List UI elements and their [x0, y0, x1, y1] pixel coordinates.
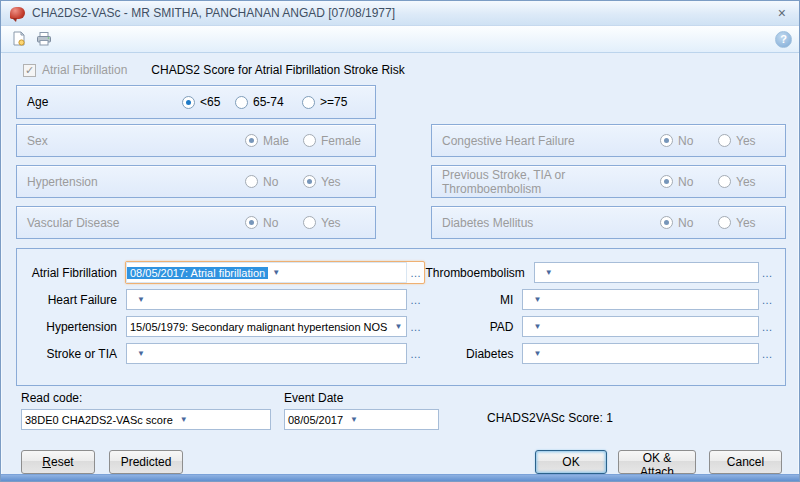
- button-label: Predicted: [116, 455, 176, 469]
- cancel-button[interactable]: Cancel: [709, 450, 782, 474]
- preview-button[interactable]: [8, 29, 30, 50]
- window-bottom-edge: [1, 474, 799, 481]
- diabetes-mellitus-label: Diabetes Mellitus: [442, 206, 660, 239]
- button-label: Cancel: [716, 455, 775, 469]
- radio-dot: [245, 175, 258, 188]
- radio-age-under-65[interactable]: <65: [182, 95, 235, 109]
- read-code-combo[interactable]: 38DE0 CHA2DS2-VASc score ▼: [21, 409, 271, 430]
- print-button[interactable]: [33, 29, 55, 50]
- chevron-down-icon[interactable]: ▼: [176, 415, 192, 424]
- ok-attach-button[interactable]: OK & Attach: [618, 450, 696, 474]
- printer-icon: [36, 31, 52, 47]
- sex-label: Sex: [27, 124, 245, 157]
- atrial-fibrillation-combo[interactable]: 08/05/2017: Atrial fibrillation ▼: [126, 262, 407, 283]
- atrial-fibrillation-checkbox-label: Atrial Fibrillation: [42, 63, 127, 77]
- ellipsis-button[interactable]: …: [407, 267, 424, 279]
- coded-entries-right: Thromboembolism ▼ … MI ▼: [425, 262, 777, 385]
- radio-label: No: [263, 216, 278, 230]
- combo-label: PAD: [425, 320, 521, 334]
- heart-failure-combo-row: Heart Failure ▼ …: [25, 289, 425, 310]
- radio-dot: [235, 96, 248, 109]
- mi-combo[interactable]: ▼: [522, 289, 759, 310]
- app-speech-bubble-icon: [10, 7, 25, 19]
- radio-hypertension-no[interactable]: No: [245, 175, 303, 189]
- ellipsis-button[interactable]: …: [759, 348, 776, 360]
- radio-vascular-disease-yes[interactable]: Yes: [303, 216, 341, 230]
- combo-value: 15/05/1979: Secondary malignant hyperten…: [127, 321, 390, 333]
- radio-chf-yes[interactable]: Yes: [718, 134, 756, 148]
- button-label: Reset: [28, 455, 88, 469]
- pad-combo-row: PAD ▼ …: [425, 316, 777, 337]
- predicted-button[interactable]: Predicted: [109, 450, 183, 474]
- ellipsis-button[interactable]: …: [407, 321, 424, 333]
- button-row: Reset Predicted OK OK & Attach Cancel: [21, 450, 782, 474]
- combo-wrap: 08/05/2017: Atrial fibrillation ▼ …: [125, 261, 425, 284]
- thromboembolism-combo[interactable]: ▼: [534, 262, 759, 283]
- chevron-down-icon[interactable]: ▼: [133, 295, 149, 304]
- chevron-down-icon[interactable]: ▼: [541, 268, 557, 277]
- radio-stroke-no[interactable]: No: [660, 175, 718, 189]
- radio-age-75-plus[interactable]: >=75: [302, 95, 347, 109]
- radio-dot: [245, 216, 258, 229]
- radio-vascular-disease-no[interactable]: No: [245, 216, 303, 230]
- chevron-down-icon[interactable]: ▼: [529, 322, 545, 331]
- heart-failure-combo[interactable]: ▼: [126, 289, 407, 310]
- diabetes-combo-row: Diabetes ▼ …: [425, 343, 777, 364]
- ellipsis-button[interactable]: …: [759, 294, 776, 306]
- event-date-field: Event Date 08/05/2017 ▼: [284, 391, 439, 430]
- chevron-down-icon[interactable]: ▼: [346, 415, 362, 424]
- stroke-or-tia-combo-row: Stroke or TIA ▼ …: [25, 343, 425, 364]
- chevron-down-icon[interactable]: ▼: [529, 349, 545, 358]
- combo-label: Thromboembolism: [425, 266, 532, 280]
- dialog-content: ✓ Atrial Fibrillation CHADS2 Score for A…: [1, 53, 799, 474]
- help-icon[interactable]: ?: [775, 31, 792, 48]
- chevron-down-icon[interactable]: ▼: [133, 349, 149, 358]
- combo-value: 08/05/2017: Atrial fibrillation: [127, 267, 268, 279]
- event-date-combo[interactable]: 08/05/2017 ▼: [284, 409, 439, 430]
- ellipsis-button[interactable]: …: [759, 267, 776, 279]
- radio-dot: [303, 134, 316, 147]
- check-icon: ✓: [25, 65, 34, 76]
- reset-button[interactable]: Reset: [21, 450, 95, 474]
- ok-button[interactable]: OK: [535, 450, 607, 474]
- combo-wrap: ▼ …: [521, 342, 777, 365]
- chevron-down-icon[interactable]: ▼: [268, 268, 284, 277]
- radio-sex-female[interactable]: Female: [303, 134, 361, 148]
- radio-hypertension-yes[interactable]: Yes: [303, 175, 341, 189]
- radio-label: No: [678, 216, 693, 230]
- congestive-heart-failure-label: Congestive Heart Failure: [442, 124, 660, 157]
- congestive-heart-failure-groupbox: Congestive Heart Failure No Yes: [431, 124, 786, 157]
- radio-diabetes-yes[interactable]: Yes: [718, 216, 756, 230]
- window-title: CHA2DS2-VASc - MR SMITHA, PANCHANAN ANGA…: [32, 6, 774, 20]
- hypertension-combo[interactable]: 15/05/1979: Secondary malignant hyperten…: [126, 316, 407, 337]
- radio-dot: [660, 216, 673, 229]
- atrial-fibrillation-checkbox[interactable]: ✓: [23, 64, 36, 77]
- radio-dot: [718, 175, 731, 188]
- chevron-down-icon[interactable]: ▼: [390, 322, 406, 331]
- radio-age-65-74[interactable]: 65-74: [235, 95, 302, 109]
- radio-dot: [718, 216, 731, 229]
- radio-label: >=75: [320, 95, 347, 109]
- ellipsis-button[interactable]: …: [759, 321, 776, 333]
- ellipsis-button[interactable]: …: [407, 348, 424, 360]
- mi-combo-row: MI ▼ …: [425, 289, 777, 310]
- ellipsis-button[interactable]: …: [407, 294, 424, 306]
- radio-chf-no[interactable]: No: [660, 134, 718, 148]
- stroke-or-tia-combo[interactable]: ▼: [126, 343, 407, 364]
- report-preview-icon: [11, 31, 27, 47]
- radio-label: 65-74: [253, 95, 284, 109]
- radio-sex-male[interactable]: Male: [245, 134, 303, 148]
- radio-stroke-yes[interactable]: Yes: [718, 175, 756, 189]
- radio-dot: [245, 134, 258, 147]
- combo-wrap: ▼ …: [533, 261, 777, 284]
- previous-stroke-label: Previous Stroke, TIA or Thromboembolism: [442, 165, 660, 198]
- radio-diabetes-no[interactable]: No: [660, 216, 718, 230]
- combo-wrap: 15/05/1979: Secondary malignant hyperten…: [125, 315, 425, 338]
- sex-groupbox: Sex Male Female: [16, 124, 376, 157]
- combo-label: Heart Failure: [25, 293, 125, 307]
- diabetes-combo[interactable]: ▼: [522, 343, 759, 364]
- radio-dot: [303, 216, 316, 229]
- chevron-down-icon[interactable]: ▼: [529, 295, 545, 304]
- pad-combo[interactable]: ▼: [522, 316, 759, 337]
- close-icon[interactable]: ×: [774, 6, 790, 20]
